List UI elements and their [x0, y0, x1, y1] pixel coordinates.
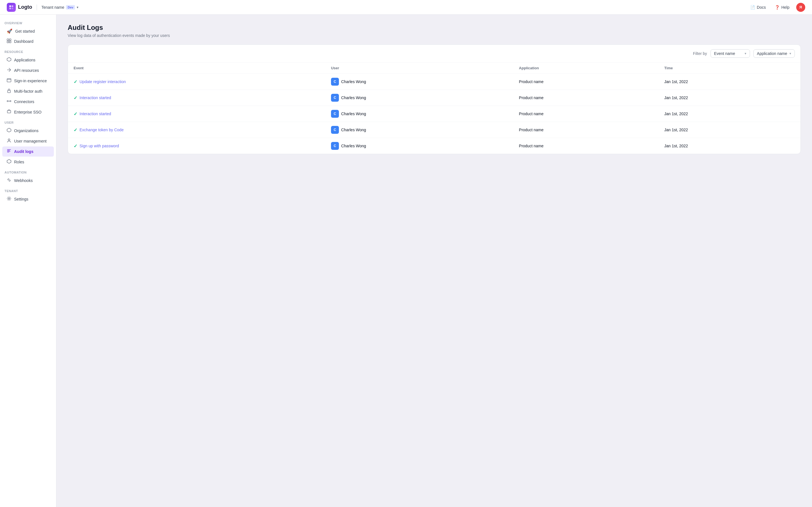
- audit-logs-icon: [7, 149, 11, 154]
- svg-rect-9: [8, 91, 10, 93]
- sidebar-label-dashboard: Dashboard: [14, 39, 34, 44]
- sidebar-label-audit-logs: Audit logs: [14, 149, 33, 154]
- table-row[interactable]: ✓ Sign up with password C Charles Wong P…: [68, 138, 801, 154]
- tenant-name: Tenant name: [42, 5, 64, 10]
- sidebar-item-applications[interactable]: Applications: [2, 55, 54, 65]
- table-row[interactable]: ✓ Update register interaction C Charles …: [68, 74, 801, 90]
- event-link-1[interactable]: Interaction started: [80, 96, 111, 100]
- sidebar-label-api-resources: API resources: [14, 68, 39, 73]
- sidebar-item-dashboard[interactable]: Dashboard: [2, 36, 54, 47]
- user-avatar-1: C: [331, 94, 339, 102]
- user-name-2: Charles Wong: [341, 112, 366, 116]
- table-row[interactable]: ✓ Interaction started C Charles Wong Pro…: [68, 106, 801, 122]
- topbar: Logto Tenant name Dev ▾ 📄 Docs ❓ Help Я: [0, 0, 812, 15]
- user-avatar[interactable]: Я: [796, 3, 805, 12]
- help-button[interactable]: ❓ Help: [772, 4, 792, 11]
- svg-rect-5: [9, 39, 11, 41]
- user-avatar-4: C: [331, 142, 339, 150]
- application-name-filter[interactable]: Application name ▾: [753, 49, 795, 58]
- logo-text: Logto: [18, 4, 32, 10]
- filter-by-label: Filter by: [693, 51, 707, 56]
- col-event: Event: [68, 62, 325, 74]
- sidebar-label-settings: Settings: [14, 197, 29, 202]
- webhooks-icon: [7, 178, 11, 183]
- rocket-icon: 🚀: [7, 29, 12, 34]
- event-name-filter[interactable]: Event name ▾: [711, 49, 750, 58]
- application-name-value: Application name: [757, 51, 787, 56]
- col-application: Application: [513, 62, 659, 74]
- check-icon: ✓: [73, 144, 77, 149]
- docs-icon: 📄: [750, 5, 755, 10]
- tenant-selector[interactable]: Tenant name Dev ▾: [42, 5, 79, 10]
- sidebar-item-sign-in-experience[interactable]: Sign-in experience: [2, 76, 54, 86]
- resource-section-label: RESOURCE: [0, 47, 56, 55]
- table-body: ✓ Update register interaction C Charles …: [68, 74, 801, 154]
- sidebar-item-audit-logs[interactable]: Audit logs: [2, 147, 54, 157]
- application-name-chevron-icon: ▾: [790, 52, 791, 55]
- sidebar-item-multi-factor-auth[interactable]: Multi-factor auth: [2, 86, 54, 96]
- event-link-4[interactable]: Sign up with password: [80, 144, 119, 148]
- help-icon: ❓: [775, 5, 779, 10]
- svg-point-15: [8, 198, 10, 200]
- svg-point-13: [8, 139, 10, 140]
- tenant-badge: Dev: [66, 5, 75, 10]
- automation-section-label: AUTOMATION: [0, 167, 56, 175]
- logo-area: Logto: [7, 3, 32, 12]
- event-link-0[interactable]: Update register interaction: [80, 79, 126, 84]
- table-row[interactable]: ✓ Exchange token by Code C Charles Wong …: [68, 122, 801, 138]
- sidebar-item-settings[interactable]: Settings: [2, 194, 54, 204]
- sidebar-item-enterprise-sso[interactable]: Enterprise SSO: [2, 107, 54, 117]
- svg-rect-2: [9, 8, 11, 9]
- check-icon: ✓: [73, 127, 77, 133]
- sidebar-item-connectors[interactable]: Connectors: [2, 97, 54, 107]
- svg-rect-6: [7, 41, 9, 43]
- event-link-2[interactable]: Interaction started: [80, 112, 111, 116]
- time-cell-2: Jan 1st, 2022: [659, 106, 801, 122]
- tenant-chevron-icon: ▾: [77, 5, 79, 9]
- user-cell-2: C Charles Wong: [325, 106, 513, 122]
- roles-icon: [7, 159, 11, 165]
- sidebar-item-user-management[interactable]: User management: [2, 136, 54, 146]
- filter-row: Filter by Event name ▾ Application name …: [68, 45, 801, 62]
- table-row[interactable]: ✓ Interaction started C Charles Wong Pro…: [68, 90, 801, 106]
- sidebar: OVERVIEW 🚀 Get started Dashboard RESOURC…: [0, 15, 56, 507]
- overview-section-label: OVERVIEW: [0, 18, 56, 26]
- dashboard-icon: [7, 39, 11, 44]
- audit-logs-card: Filter by Event name ▾ Application name …: [68, 45, 801, 154]
- connectors-icon: [7, 99, 11, 105]
- user-cell-1: C Charles Wong: [325, 90, 513, 106]
- user-cell-4: C Charles Wong: [325, 138, 513, 154]
- user-name-4: Charles Wong: [341, 144, 366, 148]
- svg-point-14: [8, 179, 10, 180]
- page-subtitle: View log data of authentication events m…: [68, 33, 801, 38]
- sidebar-item-get-started[interactable]: 🚀 Get started: [2, 26, 54, 36]
- sign-in-icon: [7, 78, 11, 83]
- sidebar-label-connectors: Connectors: [14, 100, 35, 104]
- svg-rect-1: [11, 5, 13, 7]
- event-name-chevron-icon: ▾: [745, 52, 746, 55]
- layout: OVERVIEW 🚀 Get started Dashboard RESOURC…: [0, 15, 812, 507]
- applications-icon: [7, 57, 11, 63]
- col-time: Time: [659, 62, 801, 74]
- sidebar-item-organizations[interactable]: Organizations: [2, 126, 54, 136]
- page-title: Audit Logs: [68, 24, 801, 32]
- svg-rect-4: [7, 39, 9, 41]
- organizations-icon: [7, 128, 11, 133]
- time-cell-0: Jan 1st, 2022: [659, 74, 801, 90]
- col-user: User: [325, 62, 513, 74]
- api-resources-icon: [7, 68, 11, 73]
- sidebar-label-user-management: User management: [14, 139, 47, 144]
- sidebar-label-get-started: Get started: [15, 29, 35, 34]
- user-avatar-3: C: [331, 126, 339, 134]
- application-cell-1: Product name: [513, 90, 659, 106]
- sidebar-item-webhooks[interactable]: Webhooks: [2, 175, 54, 186]
- user-management-icon: [7, 138, 11, 144]
- sidebar-item-api-resources[interactable]: API resources: [2, 65, 54, 75]
- sidebar-label-multi-factor-auth: Multi-factor auth: [14, 89, 42, 94]
- docs-button[interactable]: 📄 Docs: [748, 4, 768, 11]
- user-name-0: Charles Wong: [341, 79, 366, 84]
- lock-icon: [7, 89, 11, 94]
- user-avatar-0: C: [331, 78, 339, 86]
- event-link-3[interactable]: Exchange token by Code: [80, 128, 123, 132]
- sidebar-item-roles[interactable]: Roles: [2, 157, 54, 167]
